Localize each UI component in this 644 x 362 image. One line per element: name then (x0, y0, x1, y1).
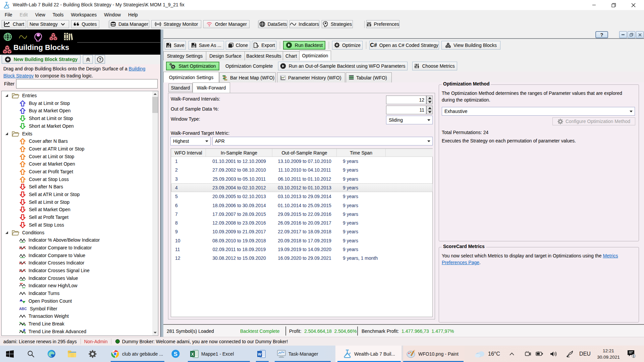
svg-text:1: 1 (633, 354, 635, 358)
svg-text:X: X (191, 352, 194, 357)
svg-text:S: S (173, 351, 177, 357)
svg-text:W: W (258, 352, 261, 356)
svg-text:?: ? (99, 57, 101, 62)
svg-text:ABC: ABC (19, 307, 27, 311)
